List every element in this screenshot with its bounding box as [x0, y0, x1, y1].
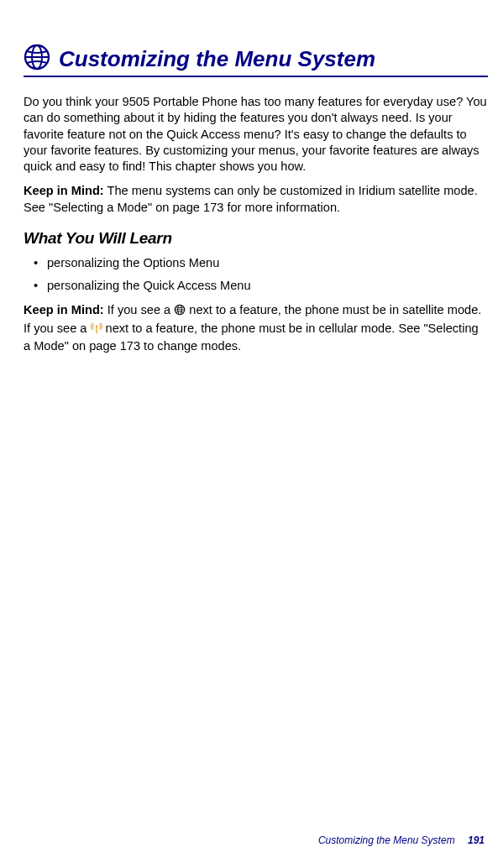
globe-icon [24, 44, 50, 74]
keep-in-mind-1: Keep in Mind: The menu systems can only … [24, 183, 488, 216]
intro-paragraph: Do you think your 9505 Portable Phone ha… [24, 94, 488, 175]
page-number: 191 [468, 834, 485, 846]
keep-in-mind-2-text-part1: If you see a [104, 303, 175, 316]
svg-point-6 [95, 325, 97, 327]
what-you-will-learn-heading: What You Will Learn [24, 227, 488, 248]
chapter-title-row: Customizing the Menu System [24, 44, 488, 77]
list-item: personalizing the Quick Access Menu [24, 278, 488, 294]
keep-in-mind-label: Keep in Mind: [24, 184, 104, 197]
keep-in-mind-2: Keep in Mind: If you see a next to a fea… [24, 302, 488, 354]
globe-small-icon [174, 304, 186, 320]
list-item: personalizing the Options Menu [24, 255, 488, 271]
chapter-title: Customizing the Menu System [59, 46, 488, 72]
antenna-icon [91, 322, 102, 338]
footer-chapter-name: Customizing the Menu System [318, 834, 455, 846]
page-footer: Customizing the Menu System 191 [318, 834, 485, 846]
learning-bullets: personalizing the Options Menu personali… [24, 255, 488, 295]
keep-in-mind-label: Keep in Mind: [24, 303, 104, 316]
